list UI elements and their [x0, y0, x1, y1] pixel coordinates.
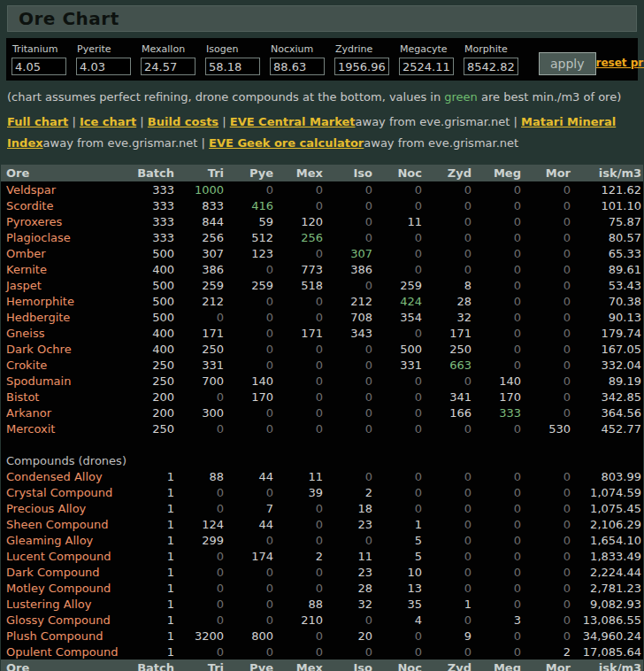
mexallon-label: Mexallon [142, 43, 196, 55]
isk-per-m3-cell: 1,075.45 [572, 500, 643, 516]
mex-cell: 0 [275, 293, 325, 309]
eve-central-market-link[interactable]: EVE Central Market [230, 115, 356, 128]
compounds-section-row: Compounds (drones) [1, 452, 643, 468]
noc-cell: 0 [374, 373, 424, 389]
pyerite-price-input[interactable] [76, 58, 131, 75]
tri-cell: 331 [176, 357, 226, 373]
price-form: TritaniumPyeriteMexallonIsogenNocxiumZyd… [6, 38, 638, 81]
column-header-ore: Ore [1, 165, 134, 181]
mor-cell: 0 [523, 468, 572, 484]
pye-cell: 174 [226, 548, 275, 564]
tri-cell: 0 [176, 644, 226, 659]
zyd-cell: 0 [424, 484, 473, 500]
compound-name: Glossy Compound [1, 612, 134, 628]
iso-cell: 0 [325, 644, 374, 659]
iso-cell: 0 [325, 181, 374, 197]
eve-geek-ore-calculator-link[interactable]: EVE Geek ore calculator [209, 136, 364, 150]
compound-row-opulent-compound: Opulent Compound10000000217,085.64 [1, 644, 643, 659]
batch-cell: 1 [134, 564, 176, 580]
mex-cell: 0 [275, 564, 325, 580]
iso-cell: 23 [325, 564, 374, 580]
mor-cell: 0 [523, 532, 572, 548]
pye-cell: 800 [226, 628, 275, 644]
build-costs-link[interactable]: Build costs [148, 115, 218, 128]
meg-cell: 0 [473, 516, 523, 532]
isk-per-m3-cell: 2,106.29 [572, 516, 643, 532]
link-separator: | [510, 115, 521, 128]
batch-cell: 200 [134, 389, 176, 405]
pye-cell: 0 [226, 261, 275, 277]
noc-cell: 500 [374, 341, 424, 357]
iso-cell: 0 [325, 405, 374, 420]
zyd-cell: 0 [424, 612, 473, 628]
noc-cell: 5 [374, 532, 424, 548]
batch-cell: 250 [134, 373, 176, 389]
mor-cell: 0 [523, 405, 572, 420]
mex-cell: 11 [275, 468, 325, 484]
ore-row-hemorphite: Hemorphite50021200212424280070.38 [1, 293, 643, 309]
zyd-cell: 0 [424, 644, 473, 659]
zyd-cell: 250 [424, 341, 473, 357]
mexallon-price-input[interactable] [141, 58, 196, 75]
batch-cell: 1 [134, 580, 176, 596]
morphite-price-input[interactable] [464, 58, 518, 75]
mex-cell: 256 [275, 229, 325, 245]
nocxium-price-input[interactable] [270, 58, 325, 75]
mex-cell: 210 [275, 612, 325, 628]
meg-cell: 0 [473, 532, 523, 548]
noc-cell: 0 [374, 389, 424, 405]
compound-row-motley-compound: Motley Compound100028130002,781.23 [1, 580, 643, 596]
isk-per-m3-cell: 2,224.44 [572, 564, 643, 580]
column-header-isk-m3: isk/m3 [572, 165, 643, 181]
pye-cell: 259 [226, 277, 275, 293]
compound-row-gleaming-alloy: Gleaming Alloy129900050001,654.10 [1, 532, 643, 548]
isk-per-m3-cell: 452.77 [572, 420, 643, 436]
mexallon-price-group: Mexallon [141, 43, 196, 75]
tri-cell: 88 [176, 468, 226, 484]
full-chart-link[interactable]: Full chart [7, 115, 68, 128]
pye-cell: 44 [226, 516, 275, 532]
iso-cell: 32 [325, 596, 374, 612]
tritanium-price-input[interactable] [12, 58, 66, 75]
zyd-cell: 0 [424, 245, 473, 261]
tri-cell: 0 [176, 484, 226, 500]
mex-cell: 0 [275, 532, 325, 548]
meg-cell: 140 [473, 373, 523, 389]
ice-chart-link[interactable]: Ice chart [80, 115, 136, 128]
isk-per-m3-cell: 53.43 [572, 277, 643, 293]
batch-cell: 200 [134, 405, 176, 420]
compound-row-dark-compound: Dark Compound100023100002,224.44 [1, 564, 643, 580]
mor-cell: 0 [523, 548, 572, 564]
mex-cell: 88 [275, 596, 325, 612]
refining-note: (chart assumes perfect refining, drone c… [7, 89, 637, 104]
mor-cell: 0 [523, 293, 572, 309]
ore-row-pyroxeres: Pyroxeres3338445912001100075.87 [1, 213, 643, 229]
isogen-price-input[interactable] [205, 58, 260, 75]
tritanium-price-group: Tritanium [12, 43, 66, 75]
meg-cell: 0 [473, 484, 523, 500]
pye-cell: 0 [226, 293, 275, 309]
megacyte-price-input[interactable] [399, 58, 454, 75]
iso-cell: 0 [325, 213, 374, 229]
morphite-label: Morphite [464, 43, 518, 55]
zydrine-price-input[interactable] [334, 58, 389, 75]
mex-cell: 0 [275, 500, 325, 516]
reset-price-link[interactable]: reset price [596, 57, 644, 69]
zyd-cell: 0 [424, 580, 473, 596]
noc-cell: 0 [374, 261, 424, 277]
mor-cell: 0 [523, 261, 572, 277]
tri-cell: 0 [176, 580, 226, 596]
note-green-word: green [444, 90, 478, 104]
zyd-cell: 0 [424, 197, 473, 213]
meg-cell: 0 [473, 229, 523, 245]
mex-cell: 0 [275, 420, 325, 436]
apply-button[interactable]: apply [539, 52, 596, 75]
isk-per-m3-cell: 34,960.24 [572, 628, 643, 644]
isk-per-m3-cell: 65.33 [572, 245, 643, 261]
batch-cell: 400 [134, 341, 176, 357]
tri-cell: 0 [176, 548, 226, 564]
meg-cell: 0 [473, 341, 523, 357]
tri-cell: 0 [176, 500, 226, 516]
meg-cell: 3 [473, 612, 523, 628]
mex-cell: 0 [275, 580, 325, 596]
